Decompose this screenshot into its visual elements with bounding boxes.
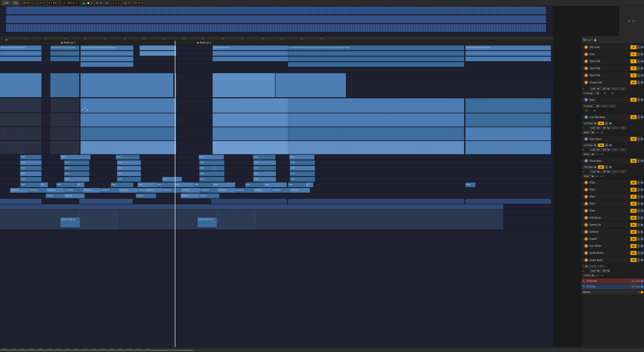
solo-10[interactable]: S xyxy=(637,81,640,84)
ch-select-13[interactable]: All Chann xyxy=(582,143,597,147)
top-loop-clip-2[interactable]: top loop top loop top loo xyxy=(50,45,79,50)
c-13[interactable]: C xyxy=(619,148,627,151)
oh2-clip-6[interactable] xyxy=(288,62,464,67)
h-scrollbar[interactable] xyxy=(0,349,644,351)
mixer-open-hat-9[interactable]: ▷ ⊕ Open Hat 9 S xyxy=(581,72,644,79)
h-scrollbar-thumb[interactable] xyxy=(0,349,193,351)
link-button[interactable]: Link xyxy=(2,1,10,5)
ch-clip-6[interactable] xyxy=(275,73,346,97)
pb-clip-1[interactable] xyxy=(80,141,176,154)
db-clip-4[interactable] xyxy=(465,127,551,140)
r18-2[interactable]: riser xyxy=(64,171,89,176)
solo-28[interactable]: S xyxy=(637,251,640,255)
s-14[interactable]: S xyxy=(605,165,608,169)
r19-4[interactable]: riser xyxy=(162,177,182,182)
position-display[interactable]: 143. 1. 1 xyxy=(66,1,78,5)
pb-clip-3[interactable] xyxy=(288,141,464,154)
expand-tri-14[interactable]: ▽ xyxy=(582,160,583,162)
dot-11[interactable] xyxy=(641,98,643,101)
mixer-sub-boom[interactable]: ▷ ⊕ Sub Boom 20 S xyxy=(581,214,644,221)
solo-23[interactable]: S xyxy=(637,237,640,241)
ex-11[interactable]: exhaust xyxy=(181,188,201,193)
dot-9[interactable] xyxy=(641,74,643,77)
solo-reverb[interactable]: S xyxy=(631,279,635,283)
solo-21[interactable]: S xyxy=(637,223,640,227)
ch-select-14[interactable]: All Chann xyxy=(582,165,597,169)
bass-group-12[interactable]: Bass xyxy=(582,131,595,134)
dot-20[interactable] xyxy=(641,217,643,219)
tap-button[interactable]: Tap xyxy=(12,1,19,5)
bass-clip-3[interactable] xyxy=(288,98,464,113)
ex-6[interactable]: exhaust xyxy=(101,188,121,193)
mixer-synth-atmos[interactable]: ▷ ⊕ Synth Atmos 28 S xyxy=(581,249,644,257)
solo-19[interactable]: S xyxy=(637,209,640,213)
ch-clip-2[interactable] xyxy=(50,73,79,97)
pb-clip-4[interactable] xyxy=(465,141,551,154)
r15-4[interactable]: riser xyxy=(199,155,224,160)
top-loop-clip-7[interactable]: top loop top loop top loo xyxy=(465,45,551,50)
expand-tri-5[interactable]: ▷ xyxy=(582,46,583,48)
top-loop-clip-5[interactable]: top loop top loo xyxy=(213,45,288,50)
dot-15[interactable] xyxy=(641,181,643,184)
dot-14[interactable] xyxy=(641,160,643,162)
r18-4[interactable]: riser xyxy=(199,171,224,176)
vol-13[interactable]: -7.0 xyxy=(611,148,619,151)
mixer-riser-17[interactable]: ▷ ⊕ Riser 17 S xyxy=(581,193,644,200)
set-lock[interactable]: 🔒 xyxy=(594,38,597,41)
return-b-delay[interactable]: B B Delay S Post xyxy=(581,284,644,289)
expand-tri-23[interactable]: ▷ xyxy=(582,238,583,240)
r19-5[interactable]: riser xyxy=(199,177,224,182)
expand-tri-18[interactable]: ▷ xyxy=(582,203,583,205)
off-13[interactable]: Off xyxy=(601,148,611,152)
clap-clip-6[interactable] xyxy=(288,51,464,56)
expand-tri-10[interactable]: ▽ xyxy=(582,81,583,84)
ex-16[interactable]: exhaust xyxy=(272,188,292,193)
r15-1[interactable]: riser xyxy=(20,155,42,160)
snare-build-1[interactable]: snare build up xyxy=(60,217,80,227)
mixer-snare-build[interactable]: ▽ ⊕ Snare Build 29 S 1 -1.0 C In Auto Of… xyxy=(581,257,644,278)
dot-29[interactable] xyxy=(641,259,643,261)
dot-13[interactable] xyxy=(641,138,643,140)
r19-6[interactable]: riser xyxy=(253,177,276,182)
s-12[interactable]: S xyxy=(605,122,608,125)
solo-18[interactable]: S xyxy=(637,202,640,206)
sb-2[interactable]: swe xyxy=(56,182,79,187)
ex-3[interactable]: exhaust xyxy=(47,188,67,193)
dot-17[interactable] xyxy=(641,195,643,198)
r16-6[interactable]: riser xyxy=(290,160,315,165)
auto-12[interactable]: Auto xyxy=(589,126,600,130)
vol-12[interactable]: -7.0 xyxy=(611,126,619,129)
dot-7[interactable] xyxy=(641,60,643,63)
mixer-bass[interactable]: ▽ ⊕ Bass 11 S 1-Group -2.0 C -inf -inf xyxy=(581,96,644,114)
clap-clip-2[interactable] xyxy=(50,51,79,56)
dot-18[interactable] xyxy=(641,203,643,205)
clap-clip-4[interactable] xyxy=(140,51,176,56)
dot-5[interactable] xyxy=(641,46,643,48)
dot-10[interactable] xyxy=(641,81,643,84)
solo-16[interactable]: S xyxy=(637,188,640,191)
auto-29[interactable]: Auto xyxy=(589,269,600,273)
ex-15[interactable]: exhaust xyxy=(254,188,274,193)
solo-5[interactable]: S xyxy=(637,45,640,49)
clap-clip-7[interactable] xyxy=(465,51,551,56)
clap-clip-5[interactable] xyxy=(213,51,288,56)
ch-select-12[interactable]: All Chann xyxy=(582,122,597,125)
db-clip-2[interactable] xyxy=(213,127,288,140)
return-a-reverb[interactable]: A A Reverb S Post xyxy=(581,278,644,284)
ex-5[interactable]: exhaust xyxy=(83,188,103,193)
oh1-clip-5[interactable] xyxy=(213,57,288,61)
lmb-clip-4[interactable] xyxy=(465,113,551,127)
snare-build-2[interactable]: snare build up xyxy=(197,217,217,227)
dot-28[interactable] xyxy=(641,252,643,254)
expand-tri-22[interactable]: ▷ xyxy=(582,231,583,233)
ex-12[interactable]: exhaust xyxy=(200,188,220,193)
imp-3[interactable]: impact xyxy=(136,193,156,198)
solo-17[interactable]: S xyxy=(637,195,640,198)
time-sig-display[interactable]: 4 / 4 xyxy=(38,1,46,5)
bpm-display[interactable]: 126.00 xyxy=(21,1,31,5)
vol-29[interactable]: -1.0 xyxy=(589,265,597,268)
r16-3[interactable]: riser xyxy=(117,160,141,165)
expand-tri-21[interactable]: ▷ xyxy=(582,224,583,226)
expand-tri-7[interactable]: ▷ xyxy=(582,60,583,62)
expand-tri-6[interactable]: ▷ xyxy=(582,53,583,55)
